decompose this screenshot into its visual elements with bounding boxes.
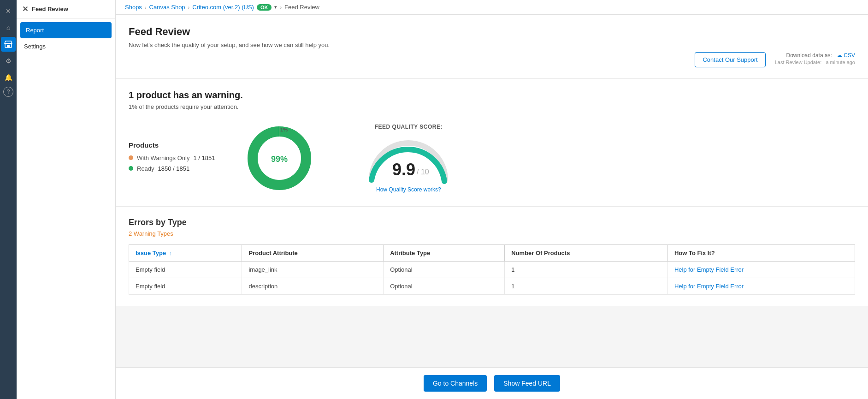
svg-rect-1 (7, 45, 10, 48)
ready-label: Ready (137, 165, 154, 172)
warning-headline: 1 product has an warning. (129, 90, 855, 101)
menu-item-report[interactable]: Report (20, 22, 112, 38)
left-panel: ✕ Feed Review Report Settings (17, 0, 116, 399)
go-to-channels-button[interactable]: Go to Channels (424, 375, 487, 392)
errors-table: Issue Type ↑ Product Attribute Attribute… (129, 244, 855, 295)
th-how-to-fix: How To Fix It? (667, 245, 855, 262)
home-icon[interactable]: ⌂ (1, 20, 16, 35)
number-products-cell-1: 1 (505, 262, 668, 278)
store-icon[interactable] (1, 37, 16, 52)
svg-text:99%: 99% (271, 155, 288, 164)
product-attribute-cell-1: image_link (242, 262, 384, 278)
warning-value: 1 / 1851 (193, 155, 215, 161)
gauge-title: FEED QUALITY SCORE: (375, 124, 443, 130)
help-link-1[interactable]: Help for Empty Field Error (674, 266, 744, 273)
donut-svg: 99% 1% (242, 121, 316, 195)
product-attribute-cell-2: description (242, 278, 384, 295)
breadcrumb-dropdown-icon[interactable]: ▾ (274, 4, 277, 10)
breadcrumb-sep-3: › (280, 5, 282, 10)
last-review-update: Last Review Update: a minute ago (775, 60, 855, 65)
products-title: Products (129, 141, 215, 149)
close-icon[interactable]: ✕ (1, 4, 16, 18)
breadcrumb-sep-1: › (145, 5, 147, 10)
attribute-type-cell-2: Optional (384, 278, 505, 295)
page-title: Feed Review (129, 26, 855, 38)
svg-text:/ 10: / 10 (417, 168, 429, 176)
panel-title: Feed Review (32, 6, 68, 12)
how-to-fix-cell-1: Help for Empty Field Error (667, 262, 855, 278)
th-product-attribute: Product Attribute (242, 245, 384, 262)
donut-chart: 99% 1% (242, 121, 316, 195)
show-feed-url-button[interactable]: Show Feed URL (494, 375, 560, 392)
gauge-container: 9.9 / 10 (362, 134, 455, 185)
left-panel-menu: Report Settings (17, 18, 115, 58)
ok-badge: OK (257, 4, 272, 11)
footer-bar: Go to Channels Show Feed URL (116, 367, 868, 399)
issue-type-cell-1: Empty field (129, 262, 242, 278)
cloud-icon: ☁ (837, 52, 842, 59)
top-actions: Contact Our Support Download data as: ☁ … (129, 52, 855, 67)
last-review-value: a minute ago (826, 60, 855, 65)
how-to-fix-cell-2: Help for Empty Field Error (667, 278, 855, 295)
issue-type-cell-2: Empty field (129, 278, 242, 295)
breadcrumb-current: Feed Review (284, 4, 319, 11)
help-link-2[interactable]: Help for Empty Field Error (674, 283, 744, 290)
left-panel-header: ✕ Feed Review (17, 0, 115, 18)
ready-value: 1850 / 1851 (158, 165, 190, 172)
warning-types-badge: 2 Warning Types (129, 230, 855, 237)
breadcrumb-channel[interactable]: Criteo.com (ver.2) (US) (192, 4, 254, 11)
sidebar: ✕ ⌂ ⚙ 🔔 ? (0, 0, 17, 399)
th-attribute-type: Attribute Type (384, 245, 505, 262)
download-label: Download data as: (786, 52, 832, 59)
main-content: Shops › Canvas Shop › Criteo.com (ver.2)… (116, 0, 868, 399)
last-review-label: Last Review Update: (775, 60, 822, 65)
stats-section: 1 product has an warning. 1% of the prod… (116, 79, 868, 207)
breadcrumb: Shops › Canvas Shop › Criteo.com (ver.2)… (116, 0, 868, 15)
breadcrumb-shops[interactable]: Shops (125, 4, 142, 11)
th-issue-type[interactable]: Issue Type ↑ (129, 245, 242, 262)
warning-dot (129, 155, 133, 160)
gauge-svg: 9.9 / 10 (362, 134, 455, 189)
warning-subtext: 1% of the products require your attentio… (129, 103, 855, 110)
ready-dot (129, 166, 133, 171)
errors-title: Errors by Type (129, 218, 855, 227)
attribute-type-cell-1: Optional (384, 262, 505, 278)
download-area: Download data as: ☁ CSV Last Review Upda… (775, 52, 855, 65)
table-row: Empty field description Optional 1 Help … (129, 278, 855, 295)
help-circle-icon[interactable]: ? (3, 87, 13, 97)
header-card: Feed Review Now let's check the quality … (116, 15, 868, 79)
errors-section: Errors by Type 2 Warning Types Issue Typ… (116, 207, 868, 306)
legend-item-ready: Ready 1850 / 1851 (129, 165, 215, 172)
warning-label: With Warnings Only (137, 155, 189, 161)
sort-icon: ↑ (170, 250, 172, 256)
gauge-section: FEED QUALITY SCORE: 9.9 / 10 How Qualit (362, 124, 455, 193)
svg-text:1%: 1% (280, 127, 288, 132)
contact-support-button[interactable]: Contact Our Support (695, 52, 765, 67)
table-row: Empty field image_link Optional 1 Help f… (129, 262, 855, 278)
bell-icon[interactable]: 🔔 (1, 70, 16, 85)
breadcrumb-canvas-shop[interactable]: Canvas Shop (149, 4, 185, 11)
gear-icon[interactable]: ⚙ (1, 54, 16, 68)
th-number-of-products: Number Of Products (505, 245, 668, 262)
svg-text:9.9: 9.9 (392, 160, 415, 179)
page-subtitle: Now let's check the quality of your setu… (129, 42, 855, 48)
breadcrumb-sep-2: › (188, 5, 190, 10)
page-content: Feed Review Now let's check the quality … (116, 15, 868, 367)
csv-download-link[interactable]: CSV (844, 52, 855, 59)
panel-close-icon[interactable]: ✕ (22, 5, 28, 13)
charts-row: Products With Warnings Only 1 / 1851 Rea… (129, 121, 855, 195)
menu-item-settings[interactable]: Settings (17, 38, 115, 54)
products-legend: Products With Warnings Only 1 / 1851 Rea… (129, 141, 215, 176)
number-products-cell-2: 1 (505, 278, 668, 295)
legend-item-warnings: With Warnings Only 1 / 1851 (129, 155, 215, 161)
